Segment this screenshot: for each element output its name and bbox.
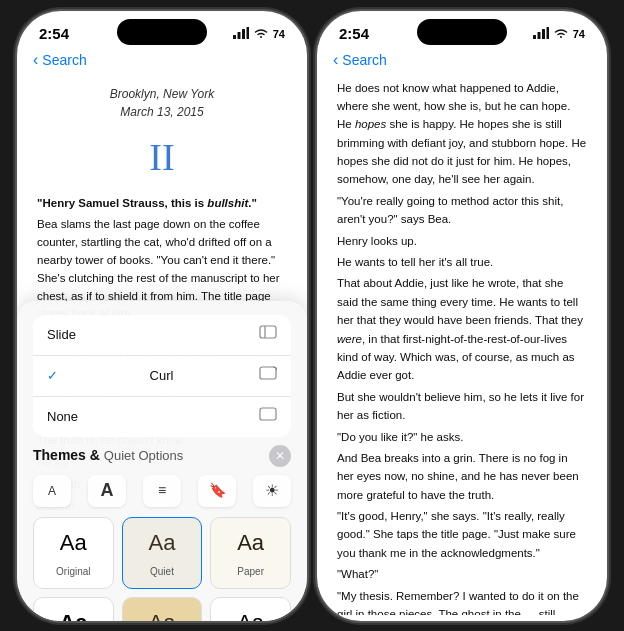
header-line1: Brooklyn, New York [37,85,287,104]
theme-quiet[interactable]: Aa Quiet [122,517,203,589]
book-header: Brooklyn, New York March 13, 2015 [37,85,287,122]
theme-original[interactable]: Aa Original [33,517,114,589]
svg-rect-4 [260,326,276,338]
svg-rect-9 [537,32,540,39]
svg-rect-7 [260,408,276,420]
chapter-number: II [37,128,287,187]
slide-options: Slide ✓ Curl None [33,315,291,437]
book-content-right: He does not know what happened to Addie,… [317,75,607,615]
svg-rect-0 [233,35,236,39]
svg-rect-2 [242,29,245,39]
theme-bold[interactable]: Aa Bold [33,597,114,621]
back-arrow-left: ‹ [33,51,38,69]
right-book-text: He does not know what happened to Addie,… [337,79,587,615]
bookmark-button[interactable]: 🔖 [198,475,236,507]
themes-title: Themes & Quiet Options [33,445,183,467]
font-increase-button[interactable]: A [88,475,126,507]
svg-rect-3 [246,27,249,39]
left-phone: 2:54 74 ‹ Search Brooklyn, New York Mar [17,11,307,621]
dynamic-island [117,19,207,45]
nav-bar-right[interactable]: ‹ Search [317,47,607,75]
wifi-icon [253,27,269,41]
theme-focus[interactable]: Aa Focus [210,597,291,621]
brightness-button[interactable]: ☀ [253,475,291,507]
status-icons-left: 74 [233,27,285,41]
curl-icon [259,366,277,386]
signal-icon [233,27,249,41]
back-label-right[interactable]: Search [342,52,386,68]
battery-icon: 74 [273,28,285,40]
svg-rect-8 [533,35,536,39]
time-right: 2:54 [339,25,369,42]
status-icons-right: 74 [533,27,585,41]
slide-option-slide[interactable]: Slide [33,315,291,356]
none-icon [259,407,277,427]
close-button[interactable]: ✕ [269,445,291,467]
overlay-panel: Slide ✓ Curl None [17,301,307,621]
header-line2: March 13, 2015 [37,103,287,122]
svg-rect-6 [260,367,276,379]
dynamic-island-right [417,19,507,45]
slide-option-none[interactable]: None [33,397,291,437]
battery-icon-right: 74 [573,28,585,40]
right-phone: 2:54 74 ‹ Search He does not know what h… [317,11,607,621]
theme-calm[interactable]: Aa Calm [122,597,203,621]
nav-bar-left[interactable]: ‹ Search [17,47,307,75]
themes-header: Themes & Quiet Options ✕ [33,445,291,467]
phones-container: 2:54 74 ‹ Search Brooklyn, New York Mar [17,11,607,621]
time-left: 2:54 [39,25,69,42]
toolbar-row: A A ≡ 🔖 ☀ [33,475,291,507]
slide-icon [259,325,277,345]
svg-rect-1 [237,32,240,39]
book-content-left: Brooklyn, New York March 13, 2015 II "He… [17,75,307,621]
wifi-icon-right [553,27,569,41]
font-decrease-button[interactable]: A [33,475,71,507]
slide-option-curl[interactable]: ✓ Curl [33,356,291,397]
check-mark: ✓ [47,366,58,386]
theme-grid: Aa Original Aa Quiet Aa Paper Aa Bold [33,517,291,620]
back-arrow-right: ‹ [333,51,338,69]
signal-icon-right [533,27,549,41]
svg-rect-10 [542,29,545,39]
back-label-left[interactable]: Search [42,52,86,68]
theme-paper[interactable]: Aa Paper [210,517,291,589]
format-button[interactable]: ≡ [143,475,181,507]
svg-rect-11 [546,27,549,39]
